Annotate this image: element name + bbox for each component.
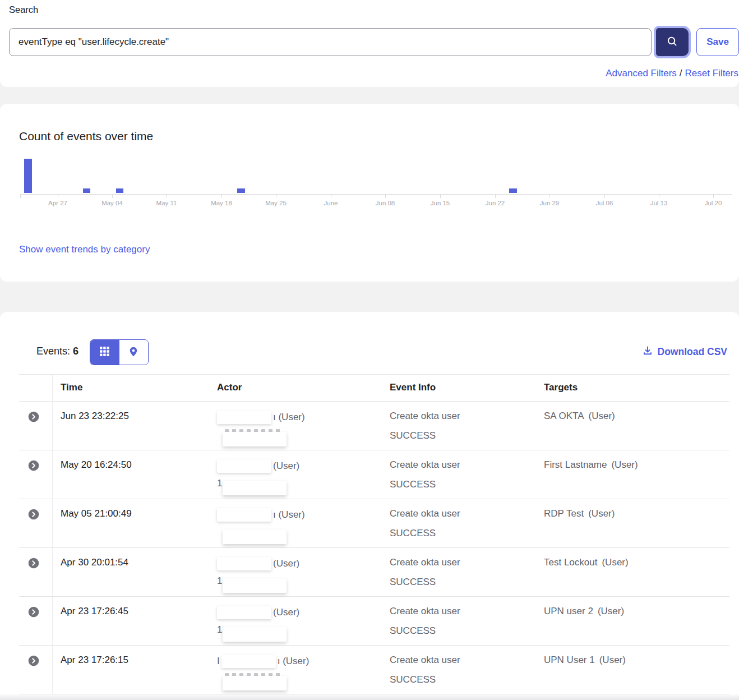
axis-tick-label: May 18 bbox=[211, 200, 232, 206]
event-target: Test Lockout(User) bbox=[544, 557, 629, 568]
expand-chevron-icon[interactable] bbox=[28, 655, 39, 666]
table-header: Time Actor Event Info Targets bbox=[19, 374, 729, 402]
target-name: RDP Test bbox=[544, 508, 584, 519]
events-count-label: Events: bbox=[36, 346, 70, 357]
grid-icon bbox=[100, 347, 109, 358]
event-time: May 20 16:24:50 bbox=[61, 459, 132, 471]
redaction-box bbox=[223, 481, 287, 495]
map-view-button[interactable] bbox=[119, 340, 149, 365]
axis-tick bbox=[20, 195, 21, 198]
axis-tick-label: Jul 20 bbox=[705, 200, 722, 206]
actor-name-line: (User) bbox=[217, 557, 299, 570]
view-toggle bbox=[90, 339, 149, 365]
axis-tick-label: Jul 06 bbox=[596, 200, 613, 206]
actor-name-fragment: I bbox=[217, 656, 220, 667]
target-type: (User) bbox=[588, 508, 615, 519]
search-button[interactable] bbox=[656, 28, 689, 56]
search-panel: Search Save Advanced Filters/Reset Filte… bbox=[0, 0, 739, 87]
event-actor: (User)1 bbox=[217, 459, 299, 496]
actor-type-label: (User) bbox=[273, 460, 299, 472]
axis-tick-label: Apr 27 bbox=[48, 200, 67, 206]
event-target: First Lastname(User) bbox=[544, 459, 638, 471]
event-info: Create okta userSUCCESS bbox=[390, 508, 460, 539]
expand-chevron-icon[interactable] bbox=[28, 606, 39, 618]
actor-name-line: (User) bbox=[217, 606, 299, 619]
redaction-box bbox=[223, 432, 287, 446]
axis-tick bbox=[112, 195, 113, 198]
actor-id-line bbox=[217, 527, 290, 545]
event-action: Create okta user bbox=[390, 655, 460, 666]
axis-tick bbox=[167, 195, 167, 198]
system-log-page: Search Save Advanced Filters/Reset Filte… bbox=[0, 0, 739, 700]
event-actor: ı (User) bbox=[217, 411, 305, 447]
event-target: SA OKTA(User) bbox=[544, 411, 615, 422]
search-input[interactable] bbox=[9, 28, 652, 56]
event-actor: (User)1 bbox=[217, 557, 299, 593]
actor-name-line: ı (User) bbox=[217, 508, 305, 521]
actor-id-fragment: 1 bbox=[217, 478, 222, 489]
redaction-box bbox=[217, 557, 271, 570]
chart-bar bbox=[237, 188, 245, 193]
event-action: Create okta user bbox=[390, 508, 460, 519]
table-row[interactable]: Apr 23 17:26:15Iı (User)Create okta user… bbox=[19, 646, 729, 694]
table-row[interactable]: Apr 30 20:01:54(User)1Create okta userSU… bbox=[19, 548, 729, 597]
actor-type-label: (User) bbox=[273, 607, 299, 618]
redaction-box bbox=[223, 529, 287, 544]
event-info: Create okta userSUCCESS bbox=[390, 606, 460, 637]
target-name: UPN User 1 bbox=[544, 655, 595, 665]
event-time: Jun 23 23:22:25 bbox=[61, 411, 129, 422]
event-time: May 05 21:00:49 bbox=[61, 508, 132, 519]
redaction-box bbox=[217, 459, 271, 473]
location-pin-icon bbox=[128, 346, 139, 359]
event-actor: (User)1 bbox=[217, 606, 299, 642]
table-view-button[interactable] bbox=[90, 340, 119, 365]
event-action: Create okta user bbox=[390, 411, 460, 422]
event-result: SUCCESS bbox=[390, 577, 460, 588]
axis-tick-label: Jun 22 bbox=[486, 200, 505, 206]
actor-name-line: Iı (User) bbox=[217, 655, 309, 667]
table-row[interactable]: Apr 23 17:26:45(User)1Create okta userSU… bbox=[19, 597, 729, 646]
table-row[interactable]: May 05 21:00:49ı (User)Create okta userS… bbox=[19, 499, 729, 548]
reset-filters-link[interactable]: Reset Filters bbox=[685, 68, 738, 79]
show-event-trends-link[interactable]: Show event trends by category bbox=[19, 244, 150, 255]
expand-chevron-icon[interactable] bbox=[28, 509, 39, 520]
event-info: Create okta userSUCCESS bbox=[390, 411, 460, 441]
target-type: (User) bbox=[598, 606, 624, 616]
event-time: Apr 30 20:01:54 bbox=[61, 557, 128, 568]
redaction-box bbox=[217, 411, 271, 424]
x-axis bbox=[20, 194, 732, 195]
target-type: (User) bbox=[599, 655, 626, 665]
axis-tick-label: Jun 29 bbox=[540, 200, 560, 206]
target-type: (User) bbox=[611, 459, 638, 470]
axis-tick-label: May 04 bbox=[101, 200, 123, 206]
axis-tick bbox=[331, 195, 331, 198]
table-row[interactable]: Jun 23 23:22:25ı (User)Create okta userS… bbox=[19, 402, 729, 450]
save-button[interactable]: Save bbox=[696, 28, 739, 56]
event-actor: Iı (User) bbox=[217, 655, 309, 691]
event-result: SUCCESS bbox=[390, 430, 460, 441]
table-row[interactable]: May 20 16:24:50(User)1Create okta userSU… bbox=[19, 450, 729, 499]
expand-chevron-icon[interactable] bbox=[28, 460, 39, 471]
event-action: Create okta user bbox=[390, 459, 460, 471]
filter-links: Advanced Filters/Reset Filters bbox=[606, 68, 738, 79]
events-table-panel: Events: 6 bbox=[0, 312, 739, 700]
event-actor: ı (User) bbox=[217, 508, 305, 545]
target-name: SA OKTA bbox=[544, 411, 584, 421]
axis-tick-label: May 11 bbox=[156, 200, 177, 206]
event-action: Create okta user bbox=[390, 557, 460, 568]
target-name: Test Lockout bbox=[544, 557, 597, 568]
advanced-filters-link[interactable]: Advanced Filters bbox=[606, 68, 677, 79]
axis-tick bbox=[713, 195, 714, 198]
download-icon bbox=[643, 346, 653, 358]
event-info: Create okta userSUCCESS bbox=[390, 459, 460, 490]
expand-chevron-icon[interactable] bbox=[28, 411, 39, 422]
actor-id-line: 1 bbox=[217, 478, 290, 496]
target-name: First Lastname bbox=[544, 459, 607, 470]
redaction-box bbox=[223, 578, 287, 593]
download-csv-link[interactable]: Download CSV bbox=[643, 346, 727, 358]
expand-chevron-icon[interactable] bbox=[28, 558, 39, 569]
axis-tick bbox=[495, 195, 496, 198]
events-count: Events: 6 bbox=[36, 346, 78, 357]
axis-tick bbox=[221, 195, 222, 198]
event-result: SUCCESS bbox=[390, 528, 460, 539]
